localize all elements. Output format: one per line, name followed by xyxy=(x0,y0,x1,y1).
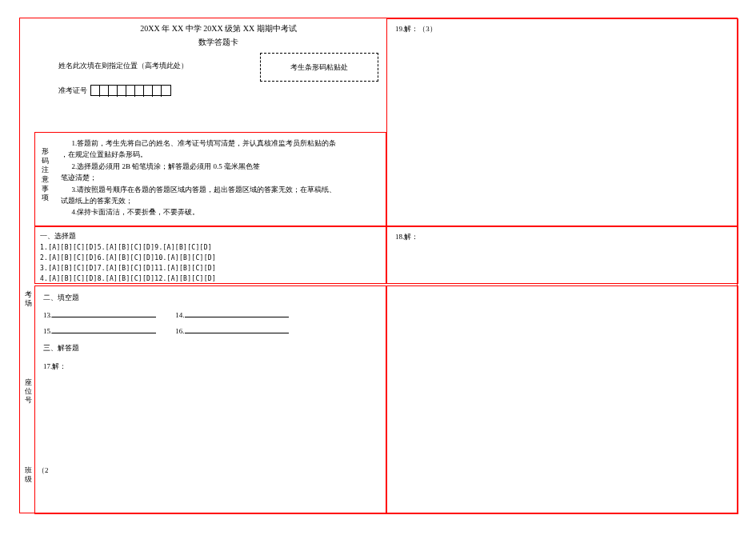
instr-line-3b: 试题纸上的答案无效； xyxy=(61,195,381,206)
exam-title: 20XX 年 XX 中学 20XX 级第 XX 期期中考试 xyxy=(58,23,378,34)
exam-id-label: 准考证号 xyxy=(58,86,87,96)
q16-label: 16. xyxy=(175,327,184,335)
multiple-choice-box: 一、选择题 1.[A][B][C][D]5.[A][B][C][D]9.[A][… xyxy=(34,226,386,284)
sheet-subtitle: 数学答题卡 xyxy=(58,37,378,48)
q14-blank[interactable] xyxy=(185,308,289,317)
q18-label: 18.解： xyxy=(395,232,730,242)
instructions-side-label: 形码注意事项 xyxy=(42,147,51,203)
instructions-box: 形码注意事项 1.答题前，考生先将自己的姓名、准考证号填写清楚，并认真核准监考员… xyxy=(34,132,386,226)
exam-id-grid[interactable] xyxy=(90,85,171,96)
instructions-content: 1.答题前，考生先将自己的姓名、准考证号填写清楚，并认真核准监考员所粘贴的条 ，… xyxy=(61,138,381,218)
name-row: 姓名此次填在则指定位置（高考填此处） 考生条形码粘贴处 xyxy=(58,53,378,82)
section-1-heading: 一、选择题 xyxy=(40,230,381,242)
exam-id-row: 准考证号 xyxy=(58,85,378,96)
section-2-heading: 二、填空题 xyxy=(43,291,378,305)
q13-blank[interactable] xyxy=(52,308,156,317)
q15-blank[interactable] xyxy=(52,324,156,333)
q13-label: 13. xyxy=(43,311,52,319)
section-3-heading: 三、解答题 xyxy=(43,341,378,355)
answer-sheet-page: 考场 座位号 班级 20XX 年 XX 中学 20XX 级第 XX 期期中考试 … xyxy=(19,18,738,513)
paren-2-marker: （2 xyxy=(38,465,49,476)
right-column: 19.解：（3） 18.解： xyxy=(386,18,738,513)
q15-label: 15. xyxy=(43,327,52,335)
fill-row-13-14: 13. 14. xyxy=(43,308,378,322)
fill-row-15-16: 15. 16. xyxy=(43,324,378,338)
choice-row-2[interactable]: 2.[A][B][C][D]6.[A][B][C][D]10.[A][B][C]… xyxy=(40,254,381,264)
instr-line-2b: 笔迹清楚； xyxy=(61,172,381,183)
sheet-header: 20XX 年 XX 中学 20XX 级第 XX 期期中考试 数学答题卡 姓名此次… xyxy=(34,18,386,99)
choice-row-1[interactable]: 1.[A][B][C][D]5.[A][B][C][D]9.[A][B][C][… xyxy=(40,243,381,254)
instr-line-1: 1.答题前，考生先将自己的姓名、准考证号填写清楚，并认真核准监考员所粘贴的条 xyxy=(61,138,381,149)
barcode-paste-area: 考生条形码粘贴处 xyxy=(260,53,378,82)
gutter-label-zuowei: 座位号 xyxy=(23,378,33,404)
q16-blank[interactable] xyxy=(185,324,289,333)
name-instruction: 姓名此次填在则指定位置（高考填此处） xyxy=(58,53,255,71)
choice-row-4[interactable]: 4.[A][B][C][D]8.[A][B][C][D]12.[A][B][C]… xyxy=(40,274,381,284)
gutter-label-banji: 班级 xyxy=(23,466,33,484)
left-column: 20XX 年 XX 中学 20XX 级第 XX 期期中考试 数学答题卡 姓名此次… xyxy=(34,18,386,513)
q19-label: 19.解：（3） xyxy=(395,24,730,34)
instr-line-4: 4.保持卡面清洁，不要折叠，不要弄破。 xyxy=(61,206,381,218)
instr-line-1b: ，在规定位置贴好条形码。 xyxy=(61,149,381,160)
fill-and-answer-box: 二、填空题 13. 14. 15. 16. 三、解答题 17.解： xyxy=(34,285,386,514)
instr-line-3: 3.请按照题号顺序在各题的答题区域内答题，超出答题区域的答案无效；在草稿纸、 xyxy=(61,184,381,195)
choice-row-3[interactable]: 3.[A][B][C][D]7.[A][B][C][D]11.[A][B][C]… xyxy=(40,264,381,274)
gutter-label-kaochang: 考场 xyxy=(23,290,33,308)
q14-label: 14. xyxy=(175,311,184,319)
right-lower-box xyxy=(386,285,738,514)
q19-box: 19.解：（3） xyxy=(386,18,738,226)
instr-line-2: 2.选择题必须用 2B 铅笔填涂；解答题必须用 0.5 毫米黑色签 xyxy=(61,161,381,172)
q18-box: 18.解： xyxy=(386,226,738,284)
q17-label: 17.解： xyxy=(43,360,378,373)
